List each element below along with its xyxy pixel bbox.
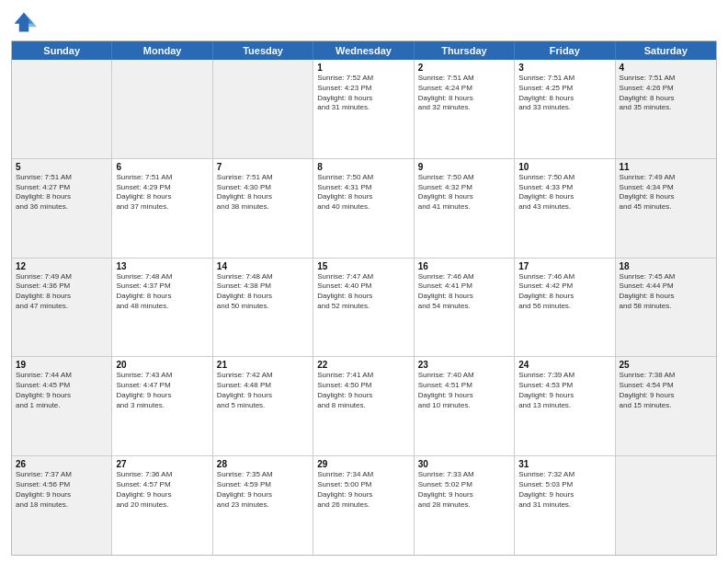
page: SundayMondayTuesdayWednesdayThursdayFrid… <box>0 0 728 563</box>
day-number: 25 <box>620 360 712 370</box>
day-number: 21 <box>217 360 309 370</box>
day-info: Sunrise: 7:34 AM Sunset: 5:00 PM Dayligh… <box>317 470 409 510</box>
day-cell-21: 21Sunrise: 7:42 AM Sunset: 4:48 PM Dayli… <box>213 357 313 455</box>
day-info: Sunrise: 7:41 AM Sunset: 4:50 PM Dayligh… <box>317 371 409 410</box>
day-info: Sunrise: 7:51 AM Sunset: 4:26 PM Dayligh… <box>620 74 712 113</box>
day-cell-30: 30Sunrise: 7:33 AM Sunset: 5:02 PM Dayli… <box>415 456 515 555</box>
day-number: 10 <box>518 162 610 172</box>
day-info: Sunrise: 7:51 AM Sunset: 4:29 PM Dayligh… <box>116 173 208 213</box>
day-cell-26: 26Sunrise: 7:37 AM Sunset: 4:56 PM Dayli… <box>12 456 112 555</box>
day-number: 5 <box>16 162 108 172</box>
day-info: Sunrise: 7:50 AM Sunset: 4:32 PM Dayligh… <box>418 173 510 213</box>
calendar-header: SundayMondayTuesdayWednesdayThursdayFrid… <box>12 41 716 60</box>
day-info: Sunrise: 7:42 AM Sunset: 4:48 PM Dayligh… <box>217 371 309 410</box>
day-number: 4 <box>620 63 712 73</box>
week-row-2: 5Sunrise: 7:51 AM Sunset: 4:27 PM Daylig… <box>12 159 716 259</box>
day-number: 9 <box>418 162 510 172</box>
day-cell-31: 31Sunrise: 7:32 AM Sunset: 5:03 PM Dayli… <box>515 456 615 555</box>
logo-icon <box>11 9 37 35</box>
day-cell-25: 25Sunrise: 7:38 AM Sunset: 4:54 PM Dayli… <box>616 357 716 455</box>
day-info: Sunrise: 7:52 AM Sunset: 4:23 PM Dayligh… <box>317 74 409 113</box>
header-day-sunday: Sunday <box>12 41 112 60</box>
day-cell-18: 18Sunrise: 7:45 AM Sunset: 4:44 PM Dayli… <box>616 259 716 357</box>
day-number: 12 <box>16 261 108 271</box>
day-number: 29 <box>317 459 409 469</box>
day-info: Sunrise: 7:38 AM Sunset: 4:54 PM Dayligh… <box>620 371 712 410</box>
header <box>11 9 717 35</box>
day-cell-1: 1Sunrise: 7:52 AM Sunset: 4:23 PM Daylig… <box>313 60 414 158</box>
day-cell-3: 3Sunrise: 7:51 AM Sunset: 4:25 PM Daylig… <box>515 60 615 158</box>
day-info: Sunrise: 7:33 AM Sunset: 5:02 PM Dayligh… <box>418 470 510 510</box>
day-info: Sunrise: 7:39 AM Sunset: 4:53 PM Dayligh… <box>518 371 610 410</box>
day-info: Sunrise: 7:47 AM Sunset: 4:40 PM Dayligh… <box>317 272 409 312</box>
week-row-5: 26Sunrise: 7:37 AM Sunset: 4:56 PM Dayli… <box>12 456 716 555</box>
day-cell-12: 12Sunrise: 7:49 AM Sunset: 4:36 PM Dayli… <box>12 259 112 357</box>
header-day-tuesday: Tuesday <box>213 41 313 60</box>
day-info: Sunrise: 7:44 AM Sunset: 4:45 PM Dayligh… <box>16 371 108 410</box>
empty-cell-0-1 <box>112 60 212 158</box>
day-cell-11: 11Sunrise: 7:49 AM Sunset: 4:34 PM Dayli… <box>616 159 716 258</box>
day-info: Sunrise: 7:40 AM Sunset: 4:51 PM Dayligh… <box>418 371 510 410</box>
empty-cell-4-6 <box>616 456 716 555</box>
day-number: 7 <box>217 162 309 172</box>
header-day-friday: Friday <box>515 41 615 60</box>
day-number: 22 <box>317 360 409 370</box>
day-number: 30 <box>418 459 510 469</box>
day-info: Sunrise: 7:50 AM Sunset: 4:33 PM Dayligh… <box>518 173 610 213</box>
day-info: Sunrise: 7:32 AM Sunset: 5:03 PM Dayligh… <box>518 470 610 510</box>
calendar-body: 1Sunrise: 7:52 AM Sunset: 4:23 PM Daylig… <box>12 60 716 555</box>
day-number: 11 <box>620 162 712 172</box>
day-number: 13 <box>116 261 208 271</box>
day-cell-17: 17Sunrise: 7:46 AM Sunset: 4:42 PM Dayli… <box>515 259 615 357</box>
day-cell-19: 19Sunrise: 7:44 AM Sunset: 4:45 PM Dayli… <box>12 357 112 455</box>
day-info: Sunrise: 7:51 AM Sunset: 4:24 PM Dayligh… <box>418 74 510 113</box>
day-cell-16: 16Sunrise: 7:46 AM Sunset: 4:41 PM Dayli… <box>415 259 515 357</box>
week-row-1: 1Sunrise: 7:52 AM Sunset: 4:23 PM Daylig… <box>12 60 716 159</box>
svg-marker-1 <box>28 17 37 28</box>
day-number: 19 <box>16 360 108 370</box>
header-day-thursday: Thursday <box>415 41 515 60</box>
day-cell-13: 13Sunrise: 7:48 AM Sunset: 4:37 PM Dayli… <box>112 259 212 357</box>
day-cell-22: 22Sunrise: 7:41 AM Sunset: 4:50 PM Dayli… <box>313 357 414 455</box>
day-number: 8 <box>317 162 409 172</box>
day-info: Sunrise: 7:46 AM Sunset: 4:42 PM Dayligh… <box>518 272 610 312</box>
day-number: 14 <box>217 261 309 271</box>
header-day-monday: Monday <box>112 41 212 60</box>
day-info: Sunrise: 7:46 AM Sunset: 4:41 PM Dayligh… <box>418 272 510 312</box>
day-number: 24 <box>518 360 610 370</box>
day-info: Sunrise: 7:37 AM Sunset: 4:56 PM Dayligh… <box>16 470 108 510</box>
day-info: Sunrise: 7:50 AM Sunset: 4:31 PM Dayligh… <box>317 173 409 213</box>
day-info: Sunrise: 7:51 AM Sunset: 4:27 PM Dayligh… <box>16 173 108 213</box>
day-cell-24: 24Sunrise: 7:39 AM Sunset: 4:53 PM Dayli… <box>515 357 615 455</box>
logo <box>11 9 40 35</box>
day-cell-15: 15Sunrise: 7:47 AM Sunset: 4:40 PM Dayli… <box>313 259 414 357</box>
day-number: 20 <box>116 360 208 370</box>
day-info: Sunrise: 7:45 AM Sunset: 4:44 PM Dayligh… <box>620 272 712 312</box>
day-number: 18 <box>620 261 712 271</box>
day-number: 3 <box>518 63 610 73</box>
day-info: Sunrise: 7:36 AM Sunset: 4:57 PM Dayligh… <box>116 470 208 510</box>
day-cell-10: 10Sunrise: 7:50 AM Sunset: 4:33 PM Dayli… <box>515 159 615 258</box>
day-cell-2: 2Sunrise: 7:51 AM Sunset: 4:24 PM Daylig… <box>415 60 515 158</box>
header-day-saturday: Saturday <box>616 41 716 60</box>
empty-cell-0-0 <box>12 60 112 158</box>
day-cell-28: 28Sunrise: 7:35 AM Sunset: 4:59 PM Dayli… <box>213 456 313 555</box>
day-number: 17 <box>518 261 610 271</box>
day-number: 28 <box>217 459 309 469</box>
day-info: Sunrise: 7:48 AM Sunset: 4:37 PM Dayligh… <box>116 272 208 312</box>
day-cell-4: 4Sunrise: 7:51 AM Sunset: 4:26 PM Daylig… <box>616 60 716 158</box>
day-cell-8: 8Sunrise: 7:50 AM Sunset: 4:31 PM Daylig… <box>313 159 414 258</box>
day-number: 6 <box>116 162 208 172</box>
day-number: 16 <box>418 261 510 271</box>
day-cell-5: 5Sunrise: 7:51 AM Sunset: 4:27 PM Daylig… <box>12 159 112 258</box>
day-info: Sunrise: 7:48 AM Sunset: 4:38 PM Dayligh… <box>217 272 309 312</box>
day-info: Sunrise: 7:43 AM Sunset: 4:47 PM Dayligh… <box>116 371 208 410</box>
day-cell-27: 27Sunrise: 7:36 AM Sunset: 4:57 PM Dayli… <box>112 456 212 555</box>
day-info: Sunrise: 7:51 AM Sunset: 4:30 PM Dayligh… <box>217 173 309 213</box>
day-number: 15 <box>317 261 409 271</box>
day-cell-7: 7Sunrise: 7:51 AM Sunset: 4:30 PM Daylig… <box>213 159 313 258</box>
day-cell-23: 23Sunrise: 7:40 AM Sunset: 4:51 PM Dayli… <box>415 357 515 455</box>
header-day-wednesday: Wednesday <box>313 41 414 60</box>
day-number: 26 <box>16 459 108 469</box>
day-cell-14: 14Sunrise: 7:48 AM Sunset: 4:38 PM Dayli… <box>213 259 313 357</box>
